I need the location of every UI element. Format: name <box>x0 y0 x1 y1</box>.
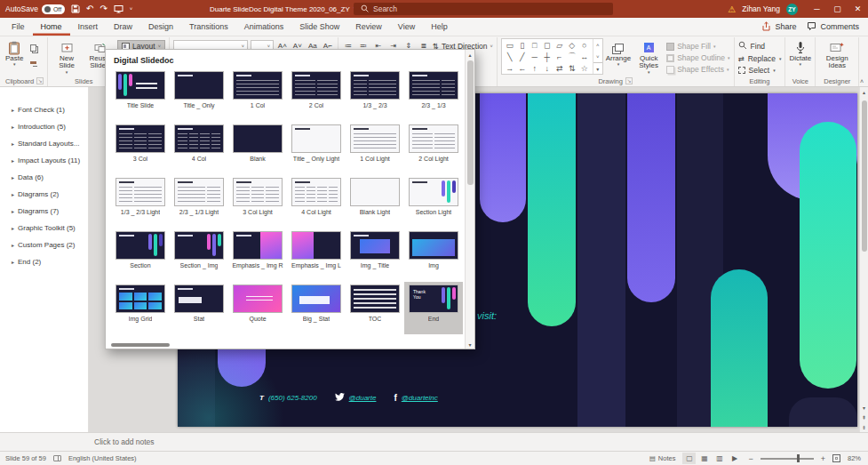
shape-gallery-item[interactable]: ← <box>518 64 526 73</box>
format-painter-icon[interactable] <box>26 57 40 68</box>
replace-button[interactable]: ⇄ Replace ▾ <box>738 53 782 65</box>
comments-button[interactable]: Comments <box>807 21 859 33</box>
shape-gallery-item[interactable]: ╲ <box>507 52 512 61</box>
save-icon[interactable] <box>71 4 80 13</box>
layout-option[interactable]: 2 Col <box>287 68 346 121</box>
drawing-dialog-launcher[interactable]: ↘ <box>625 77 633 84</box>
restore-button[interactable]: ▢ <box>827 0 848 18</box>
slide-panel-section[interactable]: ▸Data (6) <box>0 169 88 186</box>
shape-gallery-item[interactable]: ─ <box>532 52 538 61</box>
redo-icon[interactable]: ↷ <box>100 4 107 13</box>
shapes-scroll-down-icon[interactable]: ˅ <box>596 51 600 62</box>
paste-dropdown-icon[interactable]: ▾ <box>13 62 16 67</box>
slide-panel-section[interactable]: ▸Introduction (5) <box>0 118 88 135</box>
shape-gallery-item[interactable]: ◇ <box>569 41 575 50</box>
layout-option[interactable]: Section <box>111 228 170 281</box>
minimize-button[interactable]: ─ <box>807 0 827 18</box>
arrange-button[interactable]: Arrange ▾ <box>606 38 631 68</box>
undo-icon[interactable]: ↶ <box>86 4 93 13</box>
search-box[interactable]: Search <box>354 3 613 15</box>
normal-view-icon[interactable]: ▢ <box>682 453 696 464</box>
paste-button[interactable]: Paste ▾ <box>5 38 23 68</box>
layout-option[interactable]: 2/3 _ 1/3 Light <box>170 175 228 228</box>
shape-gallery-item[interactable]: → <box>506 64 514 73</box>
tab-draw[interactable]: Draw <box>106 18 140 36</box>
layout-option[interactable]: Section Light <box>404 175 463 228</box>
zoom-in-icon[interactable]: + <box>821 454 825 463</box>
start-presentation-icon[interactable] <box>114 4 123 13</box>
tab-home[interactable]: Home <box>33 18 70 36</box>
shape-gallery-item[interactable]: ▱ <box>556 41 562 50</box>
tab-review[interactable]: Review <box>347 18 390 36</box>
shape-gallery-item[interactable]: ▭ <box>506 41 514 50</box>
zoom-slider[interactable] <box>760 454 814 463</box>
language-indicator[interactable]: English (United States) <box>68 454 137 462</box>
layout-option[interactable]: Title _ Only <box>170 68 228 121</box>
layout-option[interactable]: 1/3 _ 2/3 <box>346 68 404 121</box>
vertical-scrollbar[interactable]: ▴ ▾ ⇞ ⇟ <box>859 87 868 432</box>
tab-slide-show[interactable]: Slide Show <box>291 18 347 36</box>
twitter-handle[interactable]: @duarte <box>349 394 377 402</box>
shape-gallery-item[interactable]: ↓ <box>545 64 549 73</box>
gallery-horizontal-scrollbar[interactable] <box>111 343 170 347</box>
shape-gallery-item[interactable]: ◻ <box>544 41 550 50</box>
shape-effects-button[interactable]: Shape Effects ▾ <box>666 64 729 75</box>
tab-help[interactable]: Help <box>423 18 456 36</box>
shape-gallery-item[interactable]: ╱ <box>520 52 524 61</box>
gallery-scrollbar[interactable]: ▴ ▾ <box>465 50 474 349</box>
shape-gallery-item[interactable]: ↔ <box>580 52 588 61</box>
shape-gallery-item[interactable]: □ <box>532 41 537 50</box>
slide-panel-section[interactable]: ▸Diagrams (7) <box>0 203 88 220</box>
tab-animations[interactable]: Animations <box>236 18 292 36</box>
autosave-toggle[interactable]: Off <box>42 4 65 14</box>
autosave-control[interactable]: AutoSave Off <box>5 0 65 18</box>
layout-option[interactable]: Thank YouEnd <box>404 282 463 334</box>
layout-option[interactable]: 2 Col Light <box>404 122 463 174</box>
tab-file[interactable]: File <box>4 18 33 36</box>
slide-panel-section[interactable]: ▸Diagrams (2) <box>0 186 88 203</box>
shape-outline-button[interactable]: Shape Outline ▾ <box>666 52 729 63</box>
slide-panel-section[interactable]: ▸Impact Layouts (11) <box>0 152 88 169</box>
slide-panel-section[interactable]: ▸End (2) <box>0 253 88 270</box>
find-button[interactable]: Find <box>738 41 782 52</box>
slide-panel-section[interactable]: ▸Graphic Toolkit (5) <box>0 220 88 237</box>
shape-gallery-item[interactable]: ⌐ <box>557 52 561 61</box>
tab-transitions[interactable]: Transitions <box>181 18 236 36</box>
slide-panel-section[interactable]: ▸Standard Layouts... <box>0 135 88 152</box>
layout-option[interactable]: Img Grid <box>111 282 170 334</box>
layout-option[interactable]: Emphasis _ Img R <box>228 228 287 281</box>
layout-option[interactable]: Quote <box>228 282 287 334</box>
notes-toggle-button[interactable]: ▤ Notes <box>649 454 676 462</box>
layout-option[interactable]: Title _ Only Light <box>287 122 346 174</box>
layout-option[interactable]: 3 Col Light <box>228 175 287 228</box>
scrollbar-thumb[interactable] <box>862 100 867 252</box>
layout-option[interactable]: Emphasis _ Img L <box>287 228 346 281</box>
scroll-up-icon[interactable]: ▴ <box>863 87 865 97</box>
spellcheck-icon[interactable] <box>53 455 61 461</box>
fit-to-window-icon[interactable] <box>832 454 840 462</box>
shape-fill-button[interactable]: Shape Fill ▾ <box>666 41 729 52</box>
zoom-out-icon[interactable]: − <box>748 454 753 463</box>
alert-icon[interactable]: ⚠ <box>728 4 736 14</box>
avatar[interactable]: ZY <box>786 4 798 15</box>
gallery-scrollbar-thumb[interactable] <box>467 60 474 185</box>
layout-option[interactable]: Big _ Stat <box>287 282 346 334</box>
layout-option[interactable]: 1 Col Light <box>346 122 404 174</box>
reading-view-icon[interactable]: ▥ <box>713 453 726 464</box>
design-ideas-button[interactable]: Design Ideas <box>819 38 855 70</box>
layout-option[interactable]: 2/3 _ 1/3 <box>404 68 463 121</box>
previous-slide-icon[interactable]: ⇞ <box>862 413 866 422</box>
layout-option[interactable]: Blank <box>228 122 287 174</box>
shape-gallery-item[interactable]: ⌒ <box>568 51 576 62</box>
dictate-button[interactable]: Dictate ▾ <box>789 38 811 68</box>
tab-insert[interactable]: Insert <box>70 18 107 36</box>
copy-icon[interactable] <box>26 42 40 53</box>
shape-gallery-item[interactable]: ▯ <box>520 41 524 50</box>
zoom-slider-thumb[interactable] <box>797 454 800 462</box>
clipboard-dialog-launcher[interactable]: ↘ <box>36 77 44 84</box>
slide-panel-section[interactable]: ▸Custom Pages (2) <box>0 237 88 253</box>
shape-gallery-item[interactable]: ┼ <box>545 52 550 61</box>
shape-gallery-item[interactable]: ⇅ <box>569 64 576 73</box>
share-button[interactable]: Share <box>761 21 796 33</box>
quick-styles-button[interactable]: A Quick Styles ▾ <box>633 38 664 75</box>
